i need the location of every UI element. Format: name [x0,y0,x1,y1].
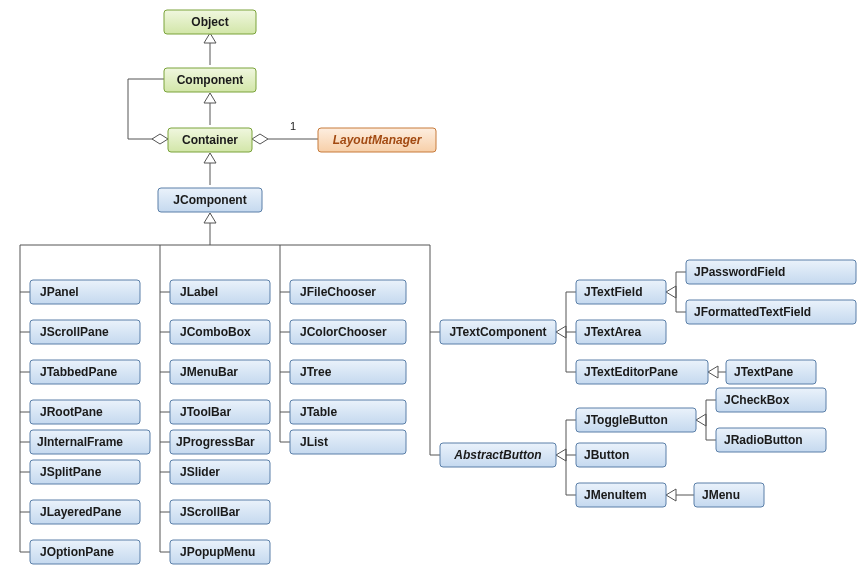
cardinality-label: 1 [290,120,296,132]
uml-diagram: 1 [0,0,864,580]
class-jtree: JTree [290,360,406,384]
class-jtoolbar: JToolBar [170,400,270,424]
class-jtextfield: JTextField [576,280,666,304]
class-jpasswordfield: JPasswordField [686,260,856,284]
class-jmenuitem: JMenuItem [576,483,666,507]
svg-text:JRadioButton: JRadioButton [724,433,803,447]
class-jtextcomponent: JTextComponent [440,320,556,344]
svg-marker-40 [556,326,566,338]
class-jfilechooser: JFileChooser [290,280,406,304]
svg-text:JTextPane: JTextPane [734,365,793,379]
class-jtextpane: JTextPane [726,360,816,384]
svg-text:JPasswordField: JPasswordField [694,265,785,279]
svg-marker-46 [666,286,676,298]
svg-marker-10 [204,213,216,223]
svg-text:JSplitPane: JSplitPane [40,465,102,479]
svg-text:JProgressBar: JProgressBar [176,435,255,449]
svg-text:JComboBox: JComboBox [180,325,251,339]
svg-text:JTable: JTable [300,405,337,419]
class-jslider: JSlider [170,460,270,484]
class-component: Component [164,68,256,92]
svg-text:JRootPane: JRootPane [40,405,103,419]
svg-text:LayoutManager: LayoutManager [333,133,423,147]
class-jmenu: JMenu [694,483,764,507]
svg-text:JTextEditorPane: JTextEditorPane [584,365,678,379]
svg-text:JPopupMenu: JPopupMenu [180,545,255,559]
svg-text:JTextArea: JTextArea [584,325,641,339]
class-jprogressbar: JProgressBar [170,430,270,454]
class-jtable: JTable [290,400,406,424]
svg-marker-64 [666,489,676,501]
svg-text:JScrollPane: JScrollPane [40,325,109,339]
class-jtextarea: JTextArea [576,320,666,344]
svg-text:Object: Object [191,15,228,29]
svg-marker-3 [204,93,216,103]
svg-text:JComponent: JComponent [173,193,246,207]
svg-text:JFormattedTextField: JFormattedTextField [694,305,811,319]
svg-text:JScrollBar: JScrollBar [180,505,240,519]
svg-text:JLabel: JLabel [180,285,218,299]
class-jformattedtextfield: JFormattedTextField [686,300,856,324]
svg-text:JTextComponent: JTextComponent [449,325,546,339]
class-jbutton: JButton [576,443,666,467]
svg-text:JCheckBox: JCheckBox [724,393,790,407]
svg-text:JPanel: JPanel [40,285,79,299]
svg-text:JSlider: JSlider [180,465,220,479]
svg-text:JColorChooser: JColorChooser [300,325,387,339]
class-jradiobutton: JRadioButton [716,428,826,452]
class-jrootpane: JRootPane [30,400,140,424]
svg-marker-6 [152,134,168,144]
class-jtexteditorpane: JTextEditorPane [576,360,708,384]
class-container: Container [168,128,252,152]
class-jcheckbox: JCheckBox [716,388,826,412]
class-jpopupmenu: JPopupMenu [170,540,270,564]
svg-text:Container: Container [182,133,238,147]
svg-text:JToggleButton: JToggleButton [584,413,668,427]
class-jtabbedpane: JTabbedPane [30,360,140,384]
class-jsplitpane: JSplitPane [30,460,140,484]
svg-text:JTextField: JTextField [584,285,642,299]
class-jcombobox: JComboBox [170,320,270,344]
class-jinternalframe: JInternalFrame [30,430,150,454]
svg-text:JFileChooser: JFileChooser [300,285,376,299]
class-jpanel: JPanel [30,280,140,304]
svg-text:AbstractButton: AbstractButton [453,448,541,462]
svg-text:JTree: JTree [300,365,332,379]
class-jscrollbar: JScrollBar [170,500,270,524]
interface-layoutmanager: LayoutManager [318,128,436,152]
svg-text:JTabbedPane: JTabbedPane [40,365,117,379]
svg-text:JMenu: JMenu [702,488,740,502]
class-object: Object [164,10,256,34]
svg-text:JLayeredPane: JLayeredPane [40,505,122,519]
svg-text:JOptionPane: JOptionPane [40,545,114,559]
svg-text:JButton: JButton [584,448,629,462]
class-jcolorchooser: JColorChooser [290,320,406,344]
svg-marker-8 [252,134,268,144]
class-abstractbutton: AbstractButton [440,443,556,467]
class-jtogglebutton: JToggleButton [576,408,696,432]
svg-marker-59 [696,414,706,426]
class-jlist: JList [290,430,406,454]
class-jlabel: JLabel [170,280,270,304]
svg-text:JInternalFrame: JInternalFrame [37,435,123,449]
class-jlayeredpane: JLayeredPane [30,500,140,524]
svg-text:Component: Component [177,73,244,87]
class-jscrollpane: JScrollPane [30,320,140,344]
class-jcomponent: JComponent [158,188,262,212]
svg-text:JList: JList [300,435,328,449]
svg-text:JMenuBar: JMenuBar [180,365,238,379]
class-jmenubar: JMenuBar [170,360,270,384]
svg-text:JToolBar: JToolBar [180,405,231,419]
svg-marker-53 [556,449,566,461]
svg-text:JMenuItem: JMenuItem [584,488,647,502]
class-joptionpane: JOptionPane [30,540,140,564]
svg-marker-51 [708,366,718,378]
svg-marker-5 [204,153,216,163]
